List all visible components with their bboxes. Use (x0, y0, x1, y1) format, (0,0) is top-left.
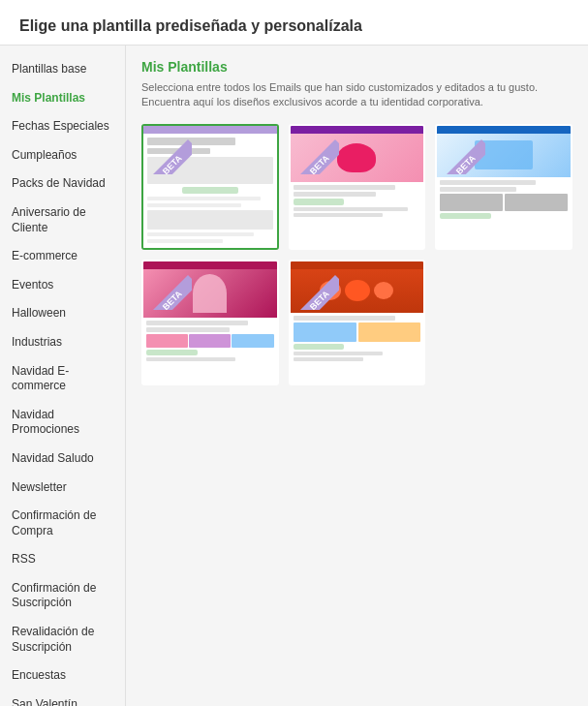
tpl4-body (143, 318, 277, 384)
tpl1-line3 (147, 197, 261, 200)
sidebar-item-revalidacion-suscripcion[interactable]: Revalidación deSuscripción (0, 618, 125, 661)
tpl3-line1 (440, 180, 536, 185)
tpl5-pumpkin3 (374, 282, 393, 299)
sidebar-item-packs-navidad[interactable]: Packs de Navidad (0, 169, 125, 199)
sidebar-item-rss[interactable]: RSS (0, 545, 125, 574)
tpl2-flower (337, 143, 376, 172)
sidebar-item-aniversario-cliente[interactable]: Aniversario de Cliente (0, 199, 125, 242)
sidebar-item-san-valentin[interactable]: San Valentín (0, 691, 125, 706)
tpl3-img2 (505, 194, 568, 211)
sidebar-item-navidad-promociones[interactable]: Navidad Promociones (0, 401, 125, 445)
sidebar-item-encuestas[interactable]: Encuestas (0, 661, 125, 691)
tpl5-line1 (294, 316, 395, 321)
beta-label-2: BETA (294, 139, 338, 174)
page-header: Elige una plantilla prediseñada y person… (0, 0, 588, 46)
tpl2-line3 (294, 207, 409, 211)
tpl5-body (291, 313, 424, 384)
sidebar-item-navidad-ecommerce[interactable]: Navidad E-commerce (0, 357, 125, 401)
tpl4-line1 (146, 321, 248, 325)
beta-label-4: BETA (147, 275, 192, 310)
beta-ribbon-1: BETA (143, 126, 192, 174)
template-card-2[interactable]: BETA (289, 124, 426, 250)
templates-grid: BETA (141, 124, 573, 385)
beta-ribbon-2: BETA (291, 126, 339, 174)
sidebar-item-confirmacion-compra[interactable]: Confirmación de Compra (0, 502, 125, 545)
section-title: Mis Plantillas (141, 59, 573, 75)
template-card-1[interactable]: BETA (141, 124, 279, 250)
tpl5-btn (294, 344, 345, 350)
tpl3-line2 (440, 187, 516, 192)
tpl5-pumpkin2 (345, 280, 370, 301)
sidebar-item-confirmacion-suscripcion[interactable]: Confirmación deSuscripción (0, 574, 125, 618)
tpl4-cell3 (232, 334, 273, 348)
tpl2-btn (294, 199, 345, 205)
sidebar-item-plantillas-base[interactable]: Plantillas base (0, 55, 125, 84)
beta-label-5: BETA (294, 275, 338, 310)
sidebar: Plantillas base Mis Plantillas Fechas Es… (0, 46, 126, 706)
tpl4-img-grid (146, 334, 274, 348)
tpl4-cell1 (146, 334, 188, 348)
template-card-5[interactable]: BETA (289, 260, 426, 385)
sidebar-item-industrias[interactable]: Industrias (0, 328, 125, 357)
tpl1-line5 (147, 232, 254, 236)
sidebar-item-fechas-especiales[interactable]: Fechas Especiales (0, 112, 125, 141)
sidebar-item-navidad-saludo[interactable]: Navidad Saludo (0, 445, 125, 474)
beta-ribbon-3: BETA (437, 126, 485, 174)
beta-label-1: BETA (147, 139, 192, 174)
tpl2-body (291, 182, 424, 248)
tpl1-line6 (147, 239, 223, 243)
page-title: Elige una plantilla prediseñada y person… (19, 17, 569, 35)
template-card-4[interactable]: BETA (141, 260, 279, 385)
sidebar-item-mis-plantillas[interactable]: Mis Plantillas (0, 84, 125, 113)
sidebar-item-cumpleanos[interactable]: Cumpleaños (0, 141, 125, 170)
tpl2-line1 (294, 185, 395, 190)
tpl5-line2 (294, 352, 383, 355)
sidebar-item-newsletter[interactable]: Newsletter (0, 474, 125, 503)
tpl5-line3 (294, 357, 363, 361)
tpl1-line4 (147, 203, 241, 207)
tpl4-cell2 (189, 334, 231, 348)
sidebar-item-eventos[interactable]: Eventos (0, 271, 125, 300)
tpl4-btn (146, 350, 198, 355)
sidebar-item-ecommerce[interactable]: E-commerce (0, 242, 125, 271)
tpl3-img1 (440, 194, 503, 211)
section-description: Selecciona entre todos los Emails que ha… (141, 80, 573, 110)
beta-label-3: BETA (441, 139, 485, 174)
page-container: Elige una plantilla prediseñada y person… (0, 0, 588, 706)
tpl2-line4 (294, 213, 383, 217)
tpl2-line2 (294, 192, 377, 197)
tpl3-grid (440, 194, 568, 211)
tpl1-img2 (147, 210, 273, 230)
beta-ribbon-5: BETA (291, 261, 339, 310)
sidebar-item-halloween[interactable]: Halloween (0, 299, 125, 328)
tpl3-btn (440, 213, 491, 219)
tpl4-line2 (146, 327, 230, 332)
main-panel: Mis Plantillas Selecciona entre todos lo… (126, 46, 588, 706)
tpl4-person (193, 274, 227, 313)
tpl5-img2 (358, 322, 421, 342)
tpl1-btn (182, 187, 238, 194)
tpl4-line3 (146, 357, 235, 361)
tpl3-body (437, 177, 571, 248)
content-area: Plantillas base Mis Plantillas Fechas Es… (0, 46, 588, 706)
beta-ribbon-4: BETA (143, 261, 192, 310)
template-card-3[interactable]: BETA (435, 124, 573, 250)
tpl5-img1 (294, 322, 356, 342)
tpl5-img-row (294, 322, 421, 342)
